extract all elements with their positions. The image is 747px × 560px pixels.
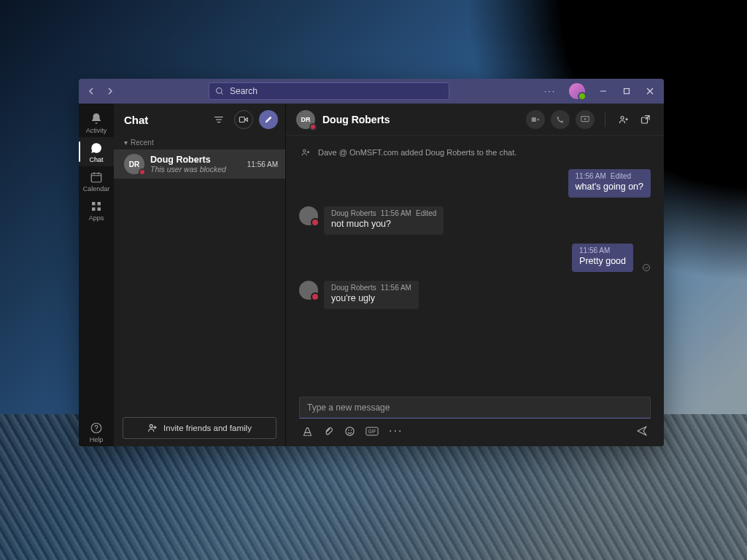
new-chat-button[interactable] xyxy=(259,110,278,129)
message-input-placeholder: Type a new message xyxy=(307,402,390,413)
people-add-icon xyxy=(618,114,630,125)
chat-icon xyxy=(90,141,103,155)
video-call-button[interactable] xyxy=(526,110,545,129)
chevron-down-icon: ▾ xyxy=(124,139,128,147)
blocked-badge-icon xyxy=(309,123,317,131)
popout-button[interactable] xyxy=(638,112,654,128)
rail-activity[interactable]: Activity xyxy=(79,108,114,137)
meet-now-button[interactable] xyxy=(234,110,253,129)
message-row: Doug Roberts 11:56 AM you're ugly xyxy=(299,281,651,309)
rail-label: Calendar xyxy=(83,185,110,192)
message-author: Doug Roberts xyxy=(331,209,376,217)
paperclip-icon xyxy=(323,426,334,437)
rail-apps[interactable]: Apps xyxy=(79,195,114,225)
invite-button[interactable]: Invite friends and family xyxy=(123,417,276,439)
message-list[interactable]: Dave @ OnMSFT.com added Doug Roberts to … xyxy=(286,136,664,397)
add-people-button[interactable] xyxy=(616,112,632,128)
svg-rect-5 xyxy=(92,208,96,211)
format-icon xyxy=(302,426,313,437)
svg-rect-3 xyxy=(92,202,96,206)
message-edited-label: Edited xyxy=(611,172,631,180)
rail-label: Activity xyxy=(86,127,107,134)
svg-rect-8 xyxy=(239,117,244,122)
message-row: 11:56 AM Edited what's going on? xyxy=(299,169,651,198)
phone-icon xyxy=(555,114,565,125)
chat-list-title: Chat xyxy=(124,114,204,126)
message-avatar xyxy=(299,206,318,225)
message-text: you're ugly xyxy=(331,293,411,303)
search-input[interactable]: Search xyxy=(209,82,449,100)
window-maximize-button[interactable] xyxy=(622,86,632,96)
conversation-title: Doug Roberts xyxy=(322,114,526,125)
window-minimize-button[interactable] xyxy=(598,86,608,96)
more-options-button[interactable]: ··· xyxy=(544,86,556,96)
conversation-pane: DR Doug Roberts Dave @ OnMSFT.com added … xyxy=(286,104,664,446)
contact-avatar: DR xyxy=(124,154,144,174)
chat-list-pane: Chat ▾ Recent DR Doug Roberts This user … xyxy=(114,104,286,446)
message-edited-label: Edited xyxy=(416,209,436,217)
divider xyxy=(605,112,605,127)
message-text: what's going on? xyxy=(576,182,643,192)
svg-rect-6 xyxy=(98,208,101,211)
video-icon xyxy=(530,114,541,125)
window-close-button[interactable] xyxy=(645,86,655,96)
message-bubble-them[interactable]: Doug Roberts 11:56 AM Edited not much yo… xyxy=(324,206,444,235)
svg-point-9 xyxy=(150,424,152,427)
nav-forward-button[interactable] xyxy=(104,85,115,97)
popout-icon xyxy=(640,114,651,125)
gif-button[interactable]: GIF xyxy=(365,427,379,436)
conversation-header: DR Doug Roberts xyxy=(286,104,664,136)
chat-list-item[interactable]: DR Doug Roberts This user was blocked 11… xyxy=(114,149,285,179)
message-time: 11:56 AM xyxy=(579,246,610,254)
user-avatar[interactable] xyxy=(569,83,585,99)
contact-subtitle: This user was blocked xyxy=(150,165,241,174)
screen-share-button[interactable] xyxy=(576,110,595,129)
svg-rect-10 xyxy=(532,117,536,121)
compose-icon xyxy=(263,114,274,125)
audio-call-button[interactable] xyxy=(551,110,570,129)
message-row: Doug Roberts 11:56 AM Edited not much yo… xyxy=(299,206,651,235)
message-text: not much you? xyxy=(331,219,436,229)
message-row: 11:56 AM Pretty good xyxy=(299,244,651,272)
format-button[interactable] xyxy=(302,426,313,437)
video-icon xyxy=(239,114,249,125)
send-button[interactable] xyxy=(636,425,648,437)
svg-point-17 xyxy=(348,429,349,431)
gif-icon: GIF xyxy=(365,427,379,436)
message-input[interactable]: Type a new message xyxy=(299,397,651,419)
rail-label: Apps xyxy=(89,214,104,222)
calendar-icon xyxy=(90,171,103,184)
message-bubble-me[interactable]: 11:56 AM Pretty good xyxy=(572,244,633,272)
sent-status-icon xyxy=(642,263,651,272)
svg-rect-2 xyxy=(91,174,101,182)
rail-help[interactable]: Help xyxy=(79,417,114,446)
message-text: Pretty good xyxy=(579,256,626,266)
recent-section-label[interactable]: ▾ Recent xyxy=(114,136,285,149)
svg-point-14 xyxy=(303,149,306,152)
svg-rect-1 xyxy=(624,89,630,94)
rail-chat[interactable]: Chat xyxy=(79,137,114,166)
person-add-icon xyxy=(299,146,312,159)
message-time: 11:56 AM xyxy=(381,284,411,292)
emoji-button[interactable] xyxy=(344,426,355,437)
filter-icon xyxy=(214,114,224,125)
blocked-badge-icon xyxy=(139,168,146,176)
help-icon xyxy=(90,421,103,435)
rail-calendar[interactable]: Calendar xyxy=(79,166,114,195)
people-add-icon xyxy=(147,423,158,433)
contact-name: Doug Roberts xyxy=(150,155,241,165)
emoji-icon xyxy=(344,426,355,437)
screen-share-icon xyxy=(580,114,590,125)
rail-label: Help xyxy=(90,436,104,443)
app-rail: Activity Chat Calendar Apps Help xyxy=(79,104,114,446)
more-compose-button[interactable]: ··· xyxy=(389,424,403,438)
filter-button[interactable] xyxy=(209,110,228,129)
nav-back-button[interactable] xyxy=(86,85,98,97)
chat-time: 11:56 AM xyxy=(247,160,278,168)
more-icon: ··· xyxy=(389,424,403,438)
message-bubble-me[interactable]: 11:56 AM Edited what's going on? xyxy=(568,169,651,198)
search-placeholder: Search xyxy=(230,86,258,96)
message-bubble-them[interactable]: Doug Roberts 11:56 AM you're ugly xyxy=(324,281,419,309)
header-avatar: DR xyxy=(296,110,315,129)
attach-button[interactable] xyxy=(323,426,334,437)
